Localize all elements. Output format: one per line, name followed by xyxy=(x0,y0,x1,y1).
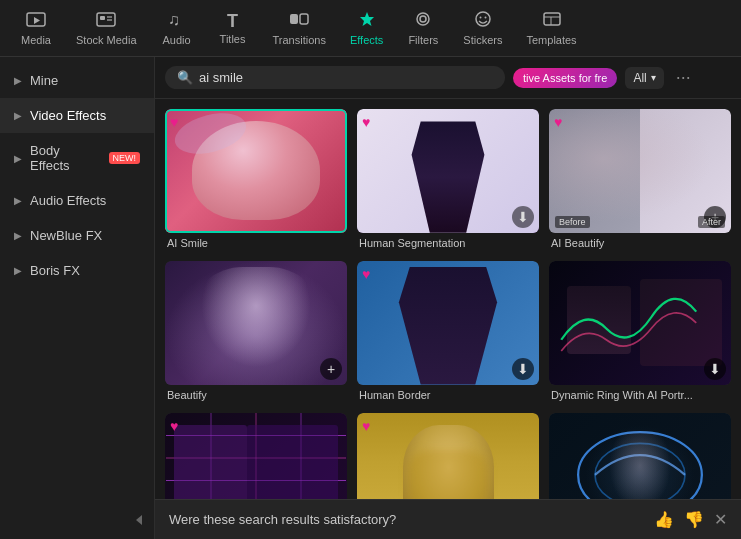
sidebar-item-video-effects[interactable]: ▶ Video Effects xyxy=(0,98,154,133)
download-btn-6[interactable]: ⬇ xyxy=(704,358,726,380)
svg-point-11 xyxy=(420,16,426,22)
nav-filters-label: Filters xyxy=(408,34,438,46)
thumb-gen-ai-overlay: ♥ ⬇ xyxy=(165,413,347,500)
nav-media-label: Media xyxy=(21,34,51,46)
thumb-beautify: + xyxy=(165,261,347,385)
feedback-bar: Were these search results satisfactory? … xyxy=(155,499,741,539)
thumb-dynamic-ring-2: ⬇ xyxy=(549,413,731,500)
nav-templates[interactable]: Templates xyxy=(516,6,586,50)
effects-icon xyxy=(357,10,377,31)
before-after-label: Before After xyxy=(549,216,731,228)
nav-titles[interactable]: T Titles xyxy=(207,8,259,49)
nav-audio[interactable]: ♫ Audio xyxy=(151,6,203,50)
search-input-wrapper[interactable]: 🔍 xyxy=(165,66,505,89)
thumb-ai-smile: ♥ xyxy=(165,109,347,233)
grid-item-human-seg[interactable]: ♥ ⬇ Human Segmentation xyxy=(357,109,539,251)
sidebar-mine-label: Mine xyxy=(30,73,58,88)
nav-filters[interactable]: Filters xyxy=(397,6,449,50)
sidebar-boris-label: Boris FX xyxy=(30,263,80,278)
sidebar-body-label: Body Effects xyxy=(30,143,101,173)
sidebar-item-body-effects[interactable]: ▶ Body Effects NEW! xyxy=(0,133,154,183)
grid-item-human-border[interactable]: ♥ ⬇ Human Border xyxy=(357,261,539,403)
grid-label-dynamic-ring: Dynamic Ring With AI Portr... xyxy=(549,385,731,403)
nav-audio-label: Audio xyxy=(162,34,190,46)
svg-point-14 xyxy=(484,17,486,19)
sidebar-audio-label: Audio Effects xyxy=(30,193,106,208)
effects-grid: ♥ AI Smile ♥ ⬇ Human Segmentation xyxy=(165,109,731,499)
sidebar-item-audio-effects[interactable]: ▶ Audio Effects xyxy=(0,183,154,218)
svg-text:♫: ♫ xyxy=(168,11,180,28)
audio-icon: ♫ xyxy=(168,10,186,31)
download-btn-5[interactable]: ⬇ xyxy=(512,358,534,380)
thumb-ai-surface-blur: ♥ ⬇ xyxy=(357,413,539,500)
nav-effects-label: Effects xyxy=(350,34,383,46)
main-layout: ▶ Mine ▶ Video Effects ▶ Body Effects NE… xyxy=(0,57,741,539)
transitions-icon xyxy=(289,10,309,31)
filters-icon xyxy=(413,10,433,31)
thumbs-up-button[interactable]: 👍 xyxy=(654,510,674,529)
download-btn-2[interactable]: ⬇ xyxy=(512,206,534,228)
content-area: 🔍 tive Assets for fre All ▾ ··· xyxy=(155,57,741,539)
nav-transitions[interactable]: Transitions xyxy=(263,6,336,50)
arrow-icon-audio: ▶ xyxy=(14,195,22,206)
sidebar-item-newblue[interactable]: ▶ NewBlue FX xyxy=(0,218,154,253)
sidebar-item-mine[interactable]: ▶ Mine xyxy=(0,63,154,98)
grid-item-ai-surface-blur[interactable]: ♥ ⬇ AI Surface Blur xyxy=(357,413,539,500)
thumb-ai-beautify: ♥ Before After + xyxy=(549,109,731,233)
svg-rect-2 xyxy=(97,13,115,26)
sidebar: ▶ Mine ▶ Video Effects ▶ Body Effects NE… xyxy=(0,57,155,539)
search-icon: 🔍 xyxy=(177,70,193,85)
selected-border xyxy=(165,109,347,233)
grid-item-ai-beautify[interactable]: ♥ Before After + AI Beautify xyxy=(549,109,731,251)
asset-pill[interactable]: tive Assets for fre xyxy=(513,68,617,88)
grid-label-beautify: Beautify xyxy=(165,385,347,403)
nav-stock-media[interactable]: Stock Media xyxy=(66,6,147,50)
svg-rect-8 xyxy=(300,14,308,24)
templates-icon xyxy=(542,10,562,31)
heart-icon-3: ♥ xyxy=(554,114,562,130)
grid-item-ai-smile[interactable]: ♥ AI Smile xyxy=(165,109,347,251)
sidebar-collapse-button[interactable] xyxy=(0,507,154,533)
grid-label-ai-beautify: AI Beautify xyxy=(549,233,731,251)
grid-item-dynamic-ring[interactable]: ⬇ Dynamic Ring With AI Portr... xyxy=(549,261,731,403)
chevron-down-icon: ▾ xyxy=(651,72,656,83)
add-btn-4[interactable]: + xyxy=(320,358,342,380)
more-button[interactable]: ··· xyxy=(672,65,695,90)
sidebar-video-label: Video Effects xyxy=(30,108,106,123)
arrow-icon-video: ▶ xyxy=(14,110,22,121)
sidebar-newblue-label: NewBlue FX xyxy=(30,228,102,243)
sidebar-item-boris[interactable]: ▶ Boris FX xyxy=(0,253,154,288)
nav-stock-label: Stock Media xyxy=(76,34,137,46)
heart-icon-7: ♥ xyxy=(170,418,178,434)
filter-dropdown[interactable]: All ▾ xyxy=(625,67,663,89)
nav-effects[interactable]: Effects xyxy=(340,6,393,50)
nav-media[interactable]: Media xyxy=(10,6,62,50)
search-bar: 🔍 tive Assets for fre All ▾ ··· xyxy=(155,57,741,99)
nav-stickers-label: Stickers xyxy=(463,34,502,46)
svg-marker-18 xyxy=(136,515,142,525)
grid-label-human-seg: Human Segmentation xyxy=(357,233,539,251)
top-nav: Media Stock Media ♫ Audio T Titles Trans… xyxy=(0,0,741,57)
filter-label: All xyxy=(633,71,646,85)
grid-item-gen-ai-overlay[interactable]: ♥ ⬇ Generation AI Overlay 01 xyxy=(165,413,347,500)
svg-marker-9 xyxy=(360,12,374,26)
nav-templates-label: Templates xyxy=(526,34,576,46)
svg-rect-3 xyxy=(100,16,105,20)
thumbs-down-button[interactable]: 👎 xyxy=(684,510,704,529)
search-input[interactable] xyxy=(199,70,493,85)
grid-item-dynamic-ring-2[interactable]: ⬇ Dynamic Ring With Ai Portr... xyxy=(549,413,731,500)
close-feedback-button[interactable]: ✕ xyxy=(714,510,727,529)
svg-rect-15 xyxy=(544,13,560,25)
grid-item-beautify[interactable]: + Beautify xyxy=(165,261,347,403)
nav-stickers[interactable]: Stickers xyxy=(453,6,512,50)
nav-titles-label: Titles xyxy=(220,33,246,45)
nav-transitions-label: Transitions xyxy=(273,34,326,46)
svg-rect-7 xyxy=(290,14,298,24)
thumb-human-seg: ♥ ⬇ xyxy=(357,109,539,233)
svg-point-12 xyxy=(476,12,490,26)
heart-icon-2: ♥ xyxy=(362,114,370,130)
feedback-question: Were these search results satisfactory? xyxy=(169,512,396,527)
stickers-icon xyxy=(473,10,493,31)
stock-media-icon xyxy=(96,10,116,31)
svg-point-13 xyxy=(479,17,481,19)
